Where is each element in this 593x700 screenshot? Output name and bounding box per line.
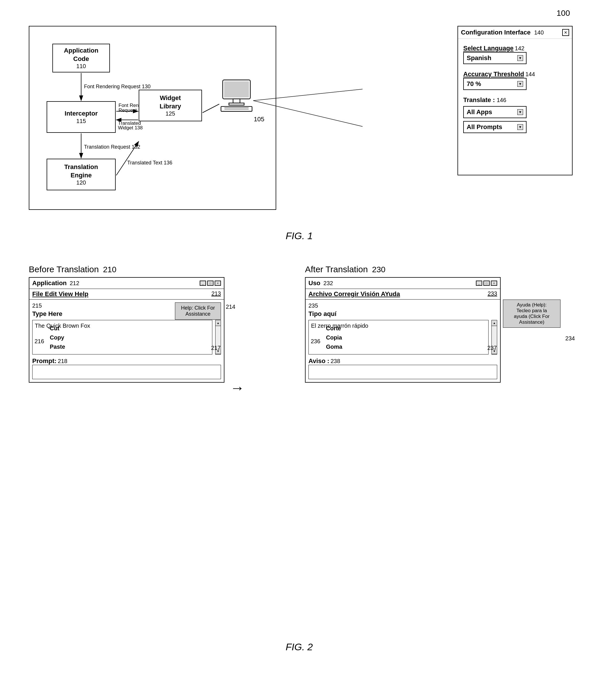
- after-window-controls: _ □ ×: [476, 280, 497, 286]
- app-code-title: ApplicationCode: [64, 47, 98, 63]
- computer-image: [219, 78, 256, 116]
- before-prompt-section: Prompt: 218: [32, 357, 221, 379]
- after-tooltip: Ayuda (Help):Tecleo para laayuda (Click …: [503, 300, 560, 328]
- page-number: 100: [556, 9, 570, 18]
- before-tooltip: Help: Click ForAssistance: [175, 302, 221, 320]
- after-menu-bar-id: 233: [488, 290, 497, 298]
- after-content-area: El zerro marrón rápido Corte Copia Goma …: [309, 320, 497, 354]
- before-menu-bar[interactable]: File Edit View Help 213: [29, 289, 224, 300]
- interceptor-id: 115: [76, 118, 86, 125]
- config-body: Select Language 142 Spanish ▼ Accuracy T…: [458, 39, 572, 145]
- after-id: 230: [372, 265, 386, 274]
- translation-engine-title: TranslationEngine: [64, 163, 98, 179]
- after-prompt-id: 238: [330, 358, 340, 364]
- select-language-label: Select Language: [463, 45, 514, 52]
- after-menu-bar[interactable]: Archivo Corregir Visión AYuda 233: [306, 289, 500, 300]
- after-context-menu: Corte Copia Goma: [326, 324, 343, 351]
- after-minimize-button[interactable]: _: [476, 280, 482, 286]
- after-prompt-input[interactable]: [309, 365, 497, 379]
- accuracy-threshold-label: Accuracy Threshold: [463, 71, 524, 78]
- language-dropdown[interactable]: Spanish ▼: [463, 52, 526, 64]
- before-prompt-label: Prompt:: [32, 357, 56, 364]
- after-title-bar: Uso 232 _ □ ×: [306, 278, 500, 289]
- before-app-title-id: 212: [70, 280, 79, 286]
- before-tooltip-text: Help: Click ForAssistance: [181, 305, 215, 317]
- app-code-id: 110: [76, 63, 86, 70]
- language-value: Spanish: [467, 54, 491, 62]
- before-context-paste[interactable]: Paste: [50, 342, 65, 351]
- accuracy-threshold-id: 144: [525, 71, 535, 77]
- before-title-bar: Application 212 _ □ ×: [29, 278, 224, 289]
- before-prompt-id: 218: [58, 358, 67, 364]
- app-code-box: ApplicationCode 110: [52, 44, 110, 73]
- main-diagram: Font Rendering Request 130 Font Renderin…: [29, 26, 276, 210]
- translation-engine-box: TranslationEngine 120: [47, 159, 116, 190]
- before-text-area[interactable]: The Quick Brown Fox Cut Copy Paste 217: [32, 320, 212, 354]
- after-context-corte[interactable]: Corte: [326, 324, 343, 333]
- config-title-id: 140: [534, 29, 544, 36]
- interceptor-box: Interceptor 115: [47, 101, 116, 133]
- after-app-title: Uso: [309, 279, 320, 287]
- svg-text:Widget 138: Widget 138: [118, 125, 143, 131]
- interceptor-title: Interceptor: [65, 110, 98, 118]
- svg-text:Translated Text 136: Translated Text 136: [127, 160, 172, 166]
- after-prompt-label: Aviso :: [309, 357, 329, 364]
- after-type-here: Tipo aquí: [309, 310, 337, 318]
- computer-id: 105: [254, 116, 265, 123]
- maximize-button[interactable]: □: [207, 280, 213, 286]
- close-button[interactable]: ×: [214, 280, 221, 286]
- all-prompts-value: All Prompts: [467, 123, 502, 131]
- accuracy-dropdown[interactable]: 70 % ▼: [463, 78, 526, 90]
- select-language-id: 142: [515, 45, 524, 51]
- transform-arrow: →: [230, 380, 245, 396]
- translate-section-id: 146: [497, 97, 506, 103]
- all-apps-dropdown-arrow: ▼: [517, 109, 523, 115]
- widget-library-title: WidgetLibrary: [160, 94, 181, 111]
- all-apps-value: All Apps: [467, 108, 492, 116]
- config-title: Configuration Interface: [461, 29, 530, 36]
- before-type-here: Type Here: [32, 310, 63, 318]
- svg-rect-18: [221, 106, 252, 111]
- svg-text:Translated: Translated: [118, 121, 141, 126]
- scroll-up-button[interactable]: ▲: [215, 320, 221, 326]
- before-app-body: 215 Type Here Help: Click ForAssistance …: [29, 300, 224, 382]
- after-context-goma[interactable]: Goma: [326, 342, 343, 351]
- accuracy-dropdown-arrow: ▼: [517, 81, 523, 87]
- before-tooltip-id: 214: [226, 304, 235, 310]
- after-close-button[interactable]: ×: [491, 280, 497, 286]
- after-menu-bar-text: Archivo Corregir Visión AYuda: [309, 290, 400, 298]
- after-app-body: 235 Tipo aquí Ayuda (Help):Tecleo para l…: [306, 300, 500, 382]
- minimize-button[interactable]: _: [200, 280, 206, 286]
- svg-text:Translation Request 132: Translation Request 132: [84, 144, 140, 150]
- translate-section: Translate : 146 All Apps ▼ All Prompts ▼: [463, 96, 567, 133]
- fig1-container: Font Rendering Request 130 Font Renderin…: [17, 20, 581, 244]
- before-app-window: Application 212 _ □ × File Edit View Hel…: [29, 277, 225, 383]
- after-maximize-button[interactable]: □: [483, 280, 490, 286]
- config-interface: Configuration Interface 140 ✕ Select Lan…: [458, 26, 572, 175]
- config-close-button[interactable]: ✕: [562, 29, 569, 36]
- after-app-title-id: 232: [323, 280, 333, 286]
- after-text-area[interactable]: El zerro marrón rápido Corte Copia Goma …: [309, 320, 488, 354]
- context-menu-id: 217: [211, 345, 221, 351]
- all-apps-dropdown[interactable]: All Apps ▼: [463, 106, 526, 118]
- after-scroll-up-button[interactable]: ▲: [492, 320, 497, 326]
- svg-rect-17: [229, 103, 244, 105]
- after-app-window: Uso 232 _ □ × Archivo Corregir Visión AY…: [305, 277, 501, 383]
- before-section: Before Translation 210 Application 212 _…: [29, 264, 242, 383]
- fig1-label: FIG. 1: [286, 230, 313, 242]
- before-context-menu: Cut Copy Paste: [50, 324, 65, 351]
- svg-rect-15: [224, 81, 249, 97]
- after-context-menu-id: 237: [487, 345, 497, 351]
- after-prompt-section: Aviso : 238: [309, 357, 497, 379]
- all-prompts-dropdown[interactable]: All Prompts ▼: [463, 121, 526, 133]
- translate-label: Translate :: [463, 96, 495, 103]
- before-prompt-input[interactable]: [32, 365, 221, 379]
- before-context-cut[interactable]: Cut: [50, 324, 65, 333]
- svg-line-10: [116, 141, 139, 175]
- all-prompts-dropdown-arrow: ▼: [517, 124, 523, 130]
- after-context-copia[interactable]: Copia: [326, 333, 343, 342]
- before-context-copy[interactable]: Copy: [50, 333, 65, 342]
- before-id: 210: [103, 265, 117, 274]
- fig2-label: FIG. 2: [286, 641, 313, 653]
- svg-line-12: [203, 104, 219, 113]
